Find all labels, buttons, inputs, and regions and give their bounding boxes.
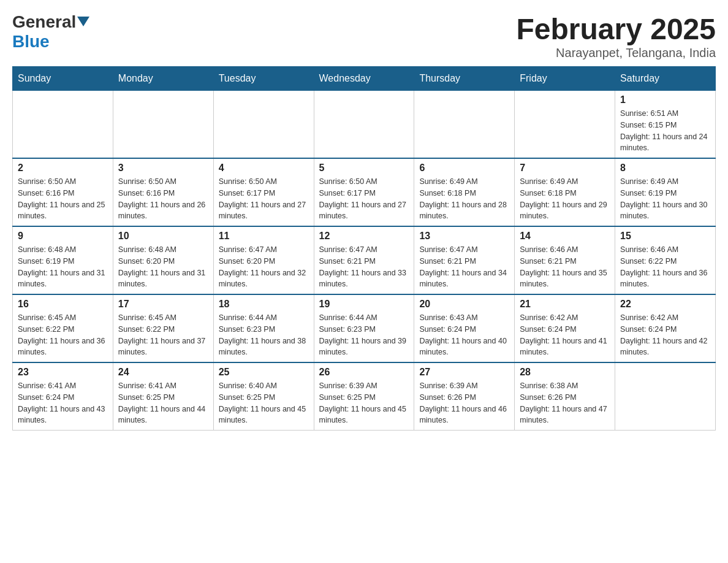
calendar-week-row: 1Sunrise: 6:51 AMSunset: 6:15 PMDaylight… bbox=[13, 91, 716, 159]
page-title: February 2025 bbox=[516, 12, 716, 46]
day-number: 24 bbox=[118, 367, 208, 378]
table-row bbox=[213, 91, 314, 159]
calendar-week-row: 2Sunrise: 6:50 AMSunset: 6:16 PMDaylight… bbox=[13, 158, 716, 226]
day-info: Sunrise: 6:50 AMSunset: 6:16 PMDaylight:… bbox=[118, 176, 208, 222]
table-row: 28Sunrise: 6:38 AMSunset: 6:26 PMDayligh… bbox=[515, 362, 615, 431]
day-number: 1 bbox=[620, 94, 710, 105]
table-row bbox=[515, 91, 615, 159]
day-info: Sunrise: 6:50 AMSunset: 6:17 PMDaylight:… bbox=[319, 176, 409, 222]
title-section: February 2025 Narayanpet, Telangana, Ind… bbox=[516, 12, 716, 60]
day-number: 27 bbox=[419, 367, 509, 378]
calendar-week-row: 23Sunrise: 6:41 AMSunset: 6:24 PMDayligh… bbox=[13, 362, 716, 431]
table-row: 20Sunrise: 6:43 AMSunset: 6:24 PMDayligh… bbox=[414, 294, 515, 362]
day-number: 22 bbox=[620, 299, 710, 310]
day-number: 17 bbox=[118, 299, 208, 310]
table-row: 2Sunrise: 6:50 AMSunset: 6:16 PMDaylight… bbox=[13, 158, 113, 226]
calendar-week-row: 9Sunrise: 6:48 AMSunset: 6:19 PMDaylight… bbox=[13, 226, 716, 294]
col-thursday: Thursday bbox=[414, 67, 515, 91]
table-row: 7Sunrise: 6:49 AMSunset: 6:18 PMDaylight… bbox=[515, 158, 615, 226]
logo: General Blue bbox=[12, 12, 89, 52]
day-number: 9 bbox=[18, 231, 108, 242]
day-info: Sunrise: 6:46 AMSunset: 6:21 PMDaylight:… bbox=[520, 244, 610, 290]
day-info: Sunrise: 6:42 AMSunset: 6:24 PMDaylight:… bbox=[620, 312, 710, 358]
day-info: Sunrise: 6:51 AMSunset: 6:15 PMDaylight:… bbox=[620, 108, 710, 154]
table-row: 19Sunrise: 6:44 AMSunset: 6:23 PMDayligh… bbox=[314, 294, 414, 362]
table-row: 18Sunrise: 6:44 AMSunset: 6:23 PMDayligh… bbox=[213, 294, 314, 362]
table-row bbox=[314, 91, 414, 159]
table-row: 9Sunrise: 6:48 AMSunset: 6:19 PMDaylight… bbox=[13, 226, 113, 294]
table-row: 12Sunrise: 6:47 AMSunset: 6:21 PMDayligh… bbox=[314, 226, 414, 294]
calendar-header-row: Sunday Monday Tuesday Wednesday Thursday… bbox=[13, 67, 716, 91]
day-info: Sunrise: 6:50 AMSunset: 6:17 PMDaylight:… bbox=[219, 176, 309, 222]
table-row: 24Sunrise: 6:41 AMSunset: 6:25 PMDayligh… bbox=[113, 362, 213, 431]
table-row: 26Sunrise: 6:39 AMSunset: 6:25 PMDayligh… bbox=[314, 362, 414, 431]
day-number: 23 bbox=[18, 367, 108, 378]
day-number: 16 bbox=[18, 299, 108, 310]
table-row: 21Sunrise: 6:42 AMSunset: 6:24 PMDayligh… bbox=[515, 294, 615, 362]
day-number: 11 bbox=[219, 231, 309, 242]
col-friday: Friday bbox=[515, 67, 615, 91]
day-info: Sunrise: 6:47 AMSunset: 6:21 PMDaylight:… bbox=[319, 244, 409, 290]
table-row bbox=[615, 362, 716, 431]
day-number: 20 bbox=[419, 299, 509, 310]
col-monday: Monday bbox=[113, 67, 213, 91]
day-info: Sunrise: 6:41 AMSunset: 6:25 PMDaylight:… bbox=[118, 380, 208, 426]
table-row bbox=[414, 91, 515, 159]
col-tuesday: Tuesday bbox=[213, 67, 314, 91]
day-info: Sunrise: 6:39 AMSunset: 6:25 PMDaylight:… bbox=[319, 380, 409, 426]
calendar-week-row: 16Sunrise: 6:45 AMSunset: 6:22 PMDayligh… bbox=[13, 294, 716, 362]
day-info: Sunrise: 6:49 AMSunset: 6:18 PMDaylight:… bbox=[419, 176, 509, 222]
day-number: 6 bbox=[419, 163, 509, 174]
table-row: 27Sunrise: 6:39 AMSunset: 6:26 PMDayligh… bbox=[414, 362, 515, 431]
day-info: Sunrise: 6:39 AMSunset: 6:26 PMDaylight:… bbox=[419, 380, 509, 426]
logo-arrow-icon bbox=[77, 17, 89, 29]
table-row: 16Sunrise: 6:45 AMSunset: 6:22 PMDayligh… bbox=[13, 294, 113, 362]
day-info: Sunrise: 6:46 AMSunset: 6:22 PMDaylight:… bbox=[620, 244, 710, 290]
table-row: 5Sunrise: 6:50 AMSunset: 6:17 PMDaylight… bbox=[314, 158, 414, 226]
day-number: 12 bbox=[319, 231, 409, 242]
table-row: 3Sunrise: 6:50 AMSunset: 6:16 PMDaylight… bbox=[113, 158, 213, 226]
day-info: Sunrise: 6:47 AMSunset: 6:20 PMDaylight:… bbox=[219, 244, 309, 290]
table-row: 25Sunrise: 6:40 AMSunset: 6:25 PMDayligh… bbox=[213, 362, 314, 431]
day-number: 8 bbox=[620, 163, 710, 174]
day-number: 19 bbox=[319, 299, 409, 310]
svg-marker-0 bbox=[77, 17, 89, 26]
table-row: 8Sunrise: 6:49 AMSunset: 6:19 PMDaylight… bbox=[615, 158, 716, 226]
page-subtitle: Narayanpet, Telangana, India bbox=[516, 46, 716, 60]
table-row: 6Sunrise: 6:49 AMSunset: 6:18 PMDaylight… bbox=[414, 158, 515, 226]
table-row: 23Sunrise: 6:41 AMSunset: 6:24 PMDayligh… bbox=[13, 362, 113, 431]
day-info: Sunrise: 6:45 AMSunset: 6:22 PMDaylight:… bbox=[18, 312, 108, 358]
day-info: Sunrise: 6:43 AMSunset: 6:24 PMDaylight:… bbox=[419, 312, 509, 358]
day-info: Sunrise: 6:44 AMSunset: 6:23 PMDaylight:… bbox=[219, 312, 309, 358]
day-number: 7 bbox=[520, 163, 610, 174]
day-number: 5 bbox=[319, 163, 409, 174]
day-info: Sunrise: 6:48 AMSunset: 6:19 PMDaylight:… bbox=[18, 244, 108, 290]
day-info: Sunrise: 6:49 AMSunset: 6:19 PMDaylight:… bbox=[620, 176, 710, 222]
logo-blue-text: Blue bbox=[12, 32, 50, 52]
day-number: 26 bbox=[319, 367, 409, 378]
page-header: General Blue February 2025 Narayanpet, T… bbox=[12, 12, 716, 60]
day-info: Sunrise: 6:50 AMSunset: 6:16 PMDaylight:… bbox=[18, 176, 108, 222]
day-info: Sunrise: 6:48 AMSunset: 6:20 PMDaylight:… bbox=[118, 244, 208, 290]
day-info: Sunrise: 6:45 AMSunset: 6:22 PMDaylight:… bbox=[118, 312, 208, 358]
table-row: 13Sunrise: 6:47 AMSunset: 6:21 PMDayligh… bbox=[414, 226, 515, 294]
col-sunday: Sunday bbox=[13, 67, 113, 91]
calendar-table: Sunday Monday Tuesday Wednesday Thursday… bbox=[12, 66, 716, 431]
day-number: 10 bbox=[118, 231, 208, 242]
day-number: 14 bbox=[520, 231, 610, 242]
table-row: 17Sunrise: 6:45 AMSunset: 6:22 PMDayligh… bbox=[113, 294, 213, 362]
day-number: 3 bbox=[118, 163, 208, 174]
logo-general-text: General bbox=[12, 12, 76, 32]
table-row: 1Sunrise: 6:51 AMSunset: 6:15 PMDaylight… bbox=[615, 91, 716, 159]
table-row: 10Sunrise: 6:48 AMSunset: 6:20 PMDayligh… bbox=[113, 226, 213, 294]
day-number: 2 bbox=[18, 163, 108, 174]
day-info: Sunrise: 6:49 AMSunset: 6:18 PMDaylight:… bbox=[520, 176, 610, 222]
table-row bbox=[13, 91, 113, 159]
table-row: 11Sunrise: 6:47 AMSunset: 6:20 PMDayligh… bbox=[213, 226, 314, 294]
day-number: 18 bbox=[219, 299, 309, 310]
day-number: 28 bbox=[520, 367, 610, 378]
col-wednesday: Wednesday bbox=[314, 67, 414, 91]
day-info: Sunrise: 6:38 AMSunset: 6:26 PMDaylight:… bbox=[520, 380, 610, 426]
day-number: 21 bbox=[520, 299, 610, 310]
day-number: 13 bbox=[419, 231, 509, 242]
